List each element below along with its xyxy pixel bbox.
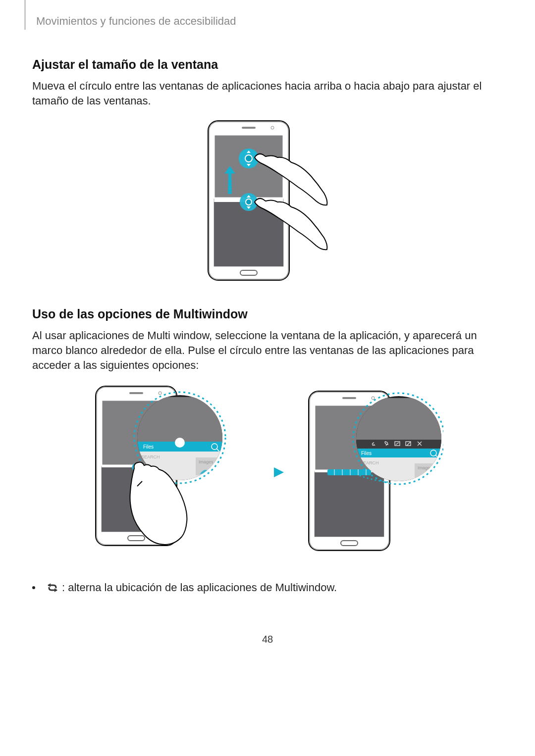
swap-icon [46, 582, 59, 594]
svg-point-35 [175, 438, 185, 448]
mag-images-label: Images [199, 459, 214, 464]
breadcrumb: Movimientos y funciones de accesibilidad [32, 0, 503, 28]
svg-point-10 [245, 155, 252, 162]
bullet-swap-location: : alterna la ubicación de las aplicacion… [32, 581, 503, 594]
svg-rect-47 [315, 472, 384, 537]
section-title-resize: Ajustar el tamaño de la ventana [32, 57, 503, 72]
bullet-swap-text: : alterna la ubicación de las aplicacion… [62, 581, 337, 594]
svg-rect-2 [242, 127, 256, 129]
illustration-multiwindow-options: Files SEARCH Images [32, 383, 503, 561]
phone-tap-figure: Files SEARCH Images [92, 383, 230, 561]
section-title-multiwindow-options: Uso de las opciones de Multiwindow [32, 307, 503, 321]
left-margin-rule [25, 0, 25, 30]
svg-rect-20 [129, 392, 143, 394]
arrow-right-icon [250, 462, 285, 482]
mag-files-label: Files [143, 444, 154, 450]
page-number: 48 [32, 634, 503, 645]
bullet-dot-icon [32, 586, 35, 589]
illustration-resize-window [32, 119, 503, 287]
phone-options-figure: Files SEARCH Images [305, 388, 443, 556]
svg-rect-48 [327, 469, 371, 475]
mag-search-label: SEARCH [141, 454, 160, 459]
svg-point-12 [246, 199, 252, 205]
svg-rect-41 [342, 397, 356, 399]
mag-images-label-r: Images [418, 465, 432, 470]
phone-resize-figure [203, 119, 332, 287]
section-body-resize: Mueva el círculo entre las ventanas de a… [32, 79, 503, 108]
svg-rect-58 [356, 440, 441, 449]
mag-files-label-r: Files [361, 451, 372, 456]
section-body-multiwindow-options: Al usar aplicaciones de Multi window, se… [32, 328, 503, 372]
